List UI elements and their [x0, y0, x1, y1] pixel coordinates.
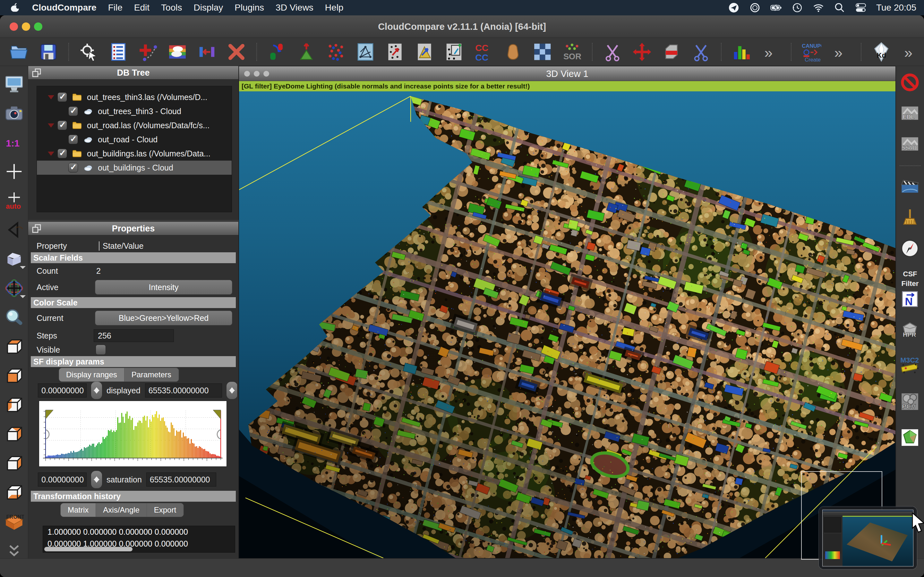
tree-row[interactable]: out_road.las (/Volumes/Data/fc/s... — [37, 118, 232, 132]
edl-button[interactable]: EDL — [900, 103, 921, 124]
clay-button[interactable] — [502, 41, 523, 63]
tree-checkbox[interactable] — [57, 92, 67, 102]
mesh-button[interactable] — [355, 41, 376, 63]
segment-button[interactable] — [602, 41, 623, 63]
point-cloud-viewport[interactable] — [239, 91, 895, 558]
overflow-button[interactable]: » — [760, 41, 782, 63]
facets-button[interactable] — [900, 428, 921, 448]
saturation-min-spinner[interactable] — [91, 471, 102, 488]
tab-axis-angle[interactable]: Axis/Angle — [96, 503, 147, 517]
tree-row[interactable]: out_buildings - Cloud — [37, 161, 232, 175]
cloud-sampling-button[interactable] — [384, 41, 405, 63]
tree-checkbox[interactable] — [68, 135, 78, 144]
cc-entities-button[interactable]: CCCC — [473, 41, 494, 63]
cross-section-button[interactable] — [690, 41, 712, 63]
db-tree-header[interactable]: DB Tree — [28, 66, 238, 79]
orbit-button[interactable] — [4, 278, 24, 298]
overflow-button[interactable]: » — [900, 41, 921, 63]
tree-row[interactable]: out_trees_thin3 - Cloud — [37, 104, 232, 118]
pick-center-button[interactable] — [4, 161, 24, 182]
visible-checkbox[interactable] — [95, 345, 106, 355]
clone-button[interactable] — [167, 41, 188, 63]
canupo-button[interactable]: CANUPOCreate — [801, 41, 822, 63]
color-scale-dropdown[interactable]: Blue>Green>Yellow>Red — [95, 311, 232, 326]
battery-icon[interactable] — [771, 2, 782, 13]
view-left-button[interactable] — [4, 395, 24, 415]
tab-display-ranges[interactable]: Display ranges — [59, 368, 124, 382]
ssao-button[interactable]: SSAO — [900, 134, 921, 155]
expander-triangle-icon[interactable] — [48, 95, 54, 103]
float-panel-icon[interactable] — [31, 223, 42, 234]
tab-export[interactable]: Export — [147, 503, 184, 517]
compass-button[interactable] — [900, 239, 921, 259]
clipping-box-button[interactable] — [661, 41, 682, 63]
telegram-icon[interactable] — [728, 2, 740, 13]
label-picking-button[interactable] — [443, 41, 465, 63]
auto-pick-button[interactable]: auto — [4, 190, 24, 211]
tree-checkbox[interactable] — [68, 163, 78, 172]
front-iso-button[interactable]: FRONT — [4, 511, 24, 532]
tree-row[interactable]: out_buildings.las (/Volumes/Data... — [37, 147, 232, 161]
app-menu-title[interactable]: CloudCompare — [32, 3, 97, 13]
displayed-max-field[interactable]: 65535.00000000 — [145, 384, 222, 398]
save-button[interactable] — [38, 41, 59, 63]
compute-normals-button[interactable] — [296, 41, 317, 63]
point-list-picking-button[interactable] — [137, 41, 158, 63]
3D Views-menu[interactable]: 3D Views — [276, 3, 313, 13]
Display-menu[interactable]: Display — [194, 3, 223, 13]
hpr-button[interactable]: HPR — [900, 320, 921, 340]
3d-view-titlebar[interactable]: 3D View 1 — [239, 66, 895, 81]
overflow-button[interactable]: » — [830, 41, 851, 63]
Plugins-menu[interactable]: Plugins — [234, 3, 264, 13]
kd-tree-button[interactable]: Kd — [871, 41, 892, 63]
screenshot-camera-button[interactable] — [4, 103, 24, 123]
sf-histogram[interactable] — [39, 401, 227, 467]
pivot-button[interactable] — [4, 219, 24, 240]
tree-checkbox[interactable] — [57, 149, 67, 158]
File-menu[interactable]: File — [108, 3, 123, 13]
expander-triangle-icon[interactable] — [48, 123, 54, 131]
view-window-dot[interactable] — [263, 71, 269, 77]
tab-parameters[interactable]: Parameters — [124, 368, 179, 382]
tab-matrix[interactable]: Matrix — [61, 503, 96, 517]
view-right-button[interactable] — [4, 453, 24, 474]
checker-button[interactable] — [532, 41, 553, 63]
normals-n-button[interactable]: N — [900, 289, 921, 309]
magnifier-button[interactable] — [4, 307, 24, 327]
float-panel-icon[interactable] — [31, 68, 42, 78]
active-sf-dropdown[interactable]: Intensity — [95, 280, 232, 295]
menu-clock[interactable]: Tue 20:05 — [876, 3, 916, 13]
subsample-button[interactable] — [325, 41, 347, 63]
histogram-button[interactable] — [731, 41, 752, 63]
Tools-menu[interactable]: Tools — [161, 3, 182, 13]
screen-preview-overlay[interactable] — [819, 506, 917, 569]
tree-row[interactable]: out_trees_thin3.las (/Volumes/D... — [37, 90, 232, 104]
tree-checkbox[interactable] — [57, 121, 67, 130]
fullscreen-display-button[interactable] — [4, 74, 24, 94]
properties-list-button[interactable] — [108, 41, 129, 63]
properties-header[interactable]: Properties — [28, 222, 238, 235]
view-window-dot[interactable] — [254, 71, 260, 77]
point-picking-button[interactable] — [78, 41, 99, 63]
view-top-button[interactable] — [4, 336, 24, 357]
tree-checkbox[interactable] — [68, 106, 78, 116]
translate-rotate-button[interactable] — [632, 41, 653, 63]
tree-row[interactable]: out_road - Cloud — [37, 132, 232, 147]
pcv-button[interactable]: PCV — [900, 392, 921, 412]
view-back-button[interactable] — [4, 424, 24, 444]
saturation-min-field[interactable]: 0.00000000 — [38, 472, 87, 487]
sor-button[interactable]: SOR — [561, 41, 583, 63]
sf-histogram-canvas[interactable] — [39, 401, 226, 466]
view-window-dot[interactable] — [244, 71, 250, 77]
perspective-cube-button[interactable] — [4, 249, 24, 269]
displayed-max-spinner[interactable] — [226, 382, 237, 399]
Help-menu[interactable]: Help — [325, 3, 344, 13]
Edit-menu[interactable]: Edit — [134, 3, 150, 13]
broom-button[interactable] — [900, 208, 921, 228]
csf-filter-label[interactable]: CSF Filter — [897, 269, 924, 279]
more-views-button[interactable] — [4, 540, 24, 558]
view-front-button[interactable] — [4, 366, 24, 386]
no-filter-button[interactable] — [900, 73, 921, 93]
steps-field[interactable]: 256 — [94, 329, 174, 342]
saturation-max-field[interactable]: 65535.00000000 — [146, 472, 216, 487]
